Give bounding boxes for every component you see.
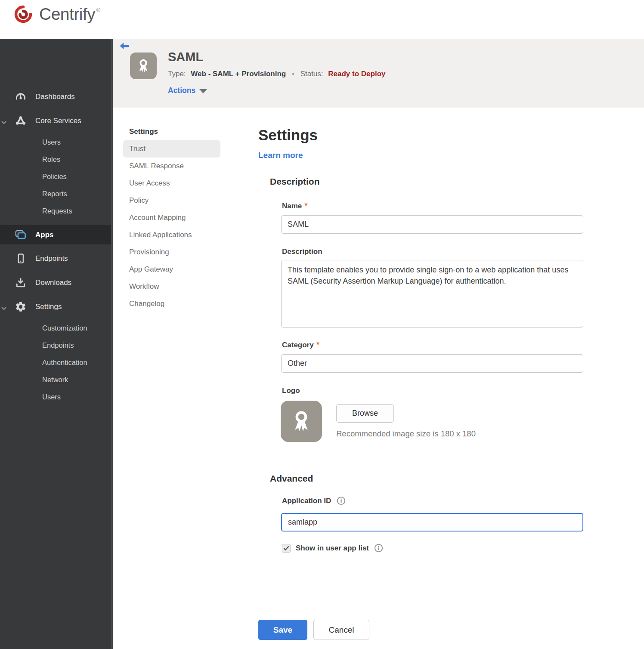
actions-label: Actions [168,86,195,95]
application-id-label-row: Application ID [282,496,346,505]
sidebar-item-authentication[interactable]: Authentication [0,354,111,371]
sidebar-item-requests[interactable]: Requests [0,203,111,219]
app-meta: Type: Web - SAML + Provisioning • Status… [168,70,385,78]
subnav-item-provisioning[interactable]: Provisioning [123,244,220,261]
subnav-item-saml-response[interactable]: SAML Response [123,158,220,175]
chevron-down-icon [1,305,7,312]
save-button[interactable]: Save [258,620,307,640]
sidebar-item-customization[interactable]: Customization [0,320,111,336]
sidebar-item-endpoints-settings[interactable]: Endpoints [0,337,111,353]
checkmark-icon [283,546,289,551]
sidebar-item-dashboards[interactable]: Dashboards [0,87,111,106]
subnav-item-app-gateway[interactable]: App Gateway [123,261,220,278]
settings-form: Settings Learn more Description Name* De… [258,108,594,649]
sidebar-item-label: Users [42,138,61,146]
sidebar-item-users[interactable]: Users [0,134,111,150]
description-section-heading: Description [270,176,320,187]
gear-icon [14,300,28,314]
sidebar-item-reports[interactable]: Reports [0,185,111,202]
sidebar-item-label: Settings [35,303,62,311]
application-id-label: Application ID [282,497,331,505]
subnav-item-linked-applications[interactable]: Linked Applications [123,226,220,244]
category-field[interactable] [281,354,583,373]
actions-menu-button[interactable]: Actions [168,86,207,95]
sidebar-item-label: Users [42,393,61,401]
separator-dot: • [292,70,294,78]
show-in-app-list-checkbox[interactable] [282,544,291,553]
sidebar-item-apps[interactable]: Apps [0,225,111,244]
sidebar: Dashboards Core Services Users Roles Pol… [0,39,113,649]
required-asterisk: * [304,201,307,210]
dashboards-gauge-icon [14,90,28,104]
sidebar-item-label: Apps [35,231,54,239]
downloads-icon [14,276,28,290]
learn-more-link[interactable]: Learn more [258,151,303,160]
category-label: Category* [282,340,319,349]
subnav-item-policy[interactable]: Policy [123,192,220,209]
vertical-divider [237,130,237,631]
sidebar-item-label: Network [42,376,68,384]
sidebar-item-label: Core Services [35,117,81,125]
page-title: SAML [168,50,203,64]
info-icon[interactable] [337,496,346,505]
app-header: SAML Type: Web - SAML + Provisioning • S… [113,39,644,108]
subnav-item-changelog[interactable]: Changelog [123,295,220,312]
ribbon-icon [135,57,152,74]
name-label: Name* [282,201,308,210]
status-label: Status: [300,70,323,78]
top-bar: Centrify® [0,0,644,39]
sidebar-item-label: Dashboards [35,93,75,101]
subnav-item-trust[interactable]: Trust [123,140,220,158]
sidebar-item-users-settings[interactable]: Users [0,389,111,405]
sidebar-item-network[interactable]: Network [0,371,111,388]
sidebar-item-core-services[interactable]: Core Services [0,111,111,130]
logo-preview [281,401,322,442]
type-label: Type: [168,70,186,78]
show-in-app-list-label: Show in user app list [296,544,369,553]
subnav-header: Settings [129,127,158,136]
subnav-item-account-mapping[interactable]: Account Mapping [123,209,220,226]
sidebar-item-roles[interactable]: Roles [0,151,111,167]
description-field[interactable]: This template enables you to provide sin… [281,260,583,328]
app-logo-badge [130,53,157,79]
name-field[interactable] [281,215,583,234]
info-icon[interactable] [374,544,383,553]
type-value: Web - SAML + Provisioning [191,70,286,78]
back-arrow-icon[interactable] [118,40,131,53]
browse-button[interactable]: Browse [336,404,394,423]
subnav-item-workflow[interactable]: Workflow [123,278,220,295]
sidebar-item-endpoints[interactable]: Endpoints [0,249,111,268]
sidebar-item-label: Downloads [35,278,71,287]
subnav-item-user-access[interactable]: User Access [123,175,220,192]
cancel-button[interactable]: Cancel [313,620,369,640]
registered-mark: ® [96,7,100,13]
core-services-icon [14,114,28,128]
sidebar-item-label: Customization [42,324,87,332]
sidebar-item-label: Endpoints [42,341,74,349]
description-label: Description [282,247,322,256]
logo-label: Logo [282,386,300,395]
recommended-size-hint: Recommended image size is 180 x 180 [336,429,476,439]
apps-icon [14,228,28,242]
sidebar-item-downloads[interactable]: Downloads [0,273,111,292]
sidebar-item-label: Authentication [42,358,87,367]
sidebar-item-label: Requests [42,207,72,215]
sidebar-item-label: Policies [42,173,67,181]
sidebar-item-settings[interactable]: Settings [0,297,111,316]
ribbon-icon [288,408,315,435]
sidebar-item-label: Endpoints [35,254,68,263]
brand-name: Centrify® [39,5,100,24]
application-id-field[interactable] [281,513,583,532]
content-area: Settings Trust SAML Response User Access… [113,108,644,649]
caret-down-icon [199,89,207,93]
sidebar-item-policies[interactable]: Policies [0,168,111,185]
chevron-down-icon [1,119,7,127]
required-asterisk: * [316,340,319,349]
status-badge: Ready to Deploy [328,70,385,78]
sidebar-item-label: Roles [42,155,60,164]
section-title: Settings [258,127,318,144]
sidebar-item-label: Reports [42,190,67,198]
show-in-app-list-row: Show in user app list [282,544,383,553]
centrify-logo-icon [13,4,34,25]
endpoints-device-icon [14,252,28,266]
